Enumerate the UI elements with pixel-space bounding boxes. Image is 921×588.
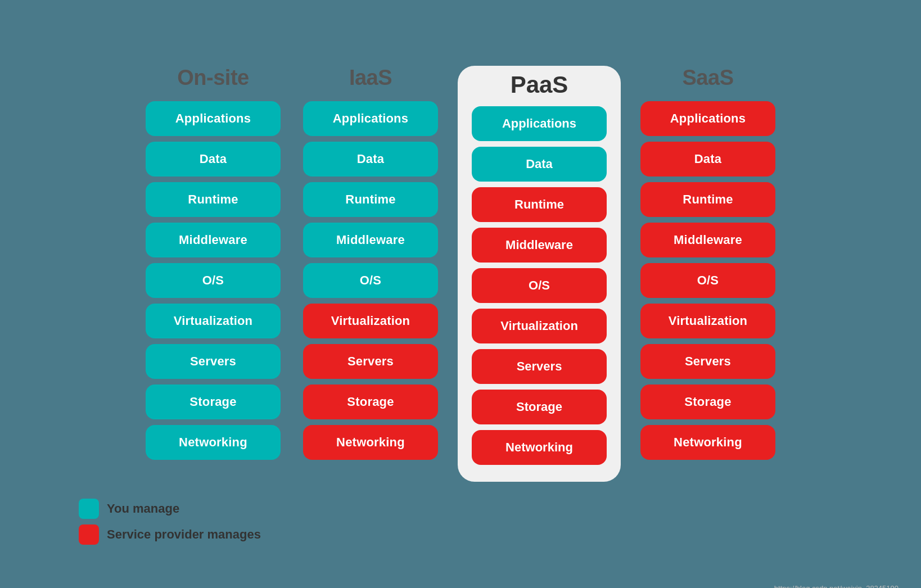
pill-paas-runtime: Runtime	[472, 187, 607, 222]
header-on-site: On-site	[177, 66, 249, 90]
pill-paas-data: Data	[472, 147, 607, 182]
pill-on-site-storage: Storage	[146, 385, 281, 419]
footer-url: https://blog.csdn.net/weixin_38245190	[774, 584, 899, 588]
pill-iaas-servers: Servers	[303, 344, 438, 379]
column-on-site: On-siteApplicationsDataRuntimeMiddleware…	[134, 66, 292, 465]
pill-iaas-storage: Storage	[303, 385, 438, 419]
pill-iaas-data: Data	[303, 142, 438, 177]
pill-paas-servers: Servers	[472, 349, 607, 384]
pill-paas-o/s: O/S	[472, 268, 607, 303]
pill-saas-middleware: Middleware	[640, 223, 775, 257]
pill-saas-networking: Networking	[640, 425, 775, 460]
pill-iaas-runtime: Runtime	[303, 182, 438, 217]
column-paas: PaaSApplicationsDataRuntimeMiddlewareO/S…	[458, 66, 621, 482]
legend-label-teal: You manage	[107, 501, 179, 516]
header-saas: SaaS	[683, 66, 734, 90]
pill-on-site-o/s: O/S	[146, 263, 281, 298]
column-iaas: IaaSApplicationsDataRuntimeMiddlewareO/S…	[292, 66, 449, 465]
legend-item-service-provider-manages: Service provider manages	[79, 524, 261, 545]
pill-saas-runtime: Runtime	[640, 182, 775, 217]
pill-saas-o/s: O/S	[640, 263, 775, 298]
pill-saas-data: Data	[640, 142, 775, 177]
legend-item-you-manage: You manage	[79, 499, 261, 519]
pill-paas-networking: Networking	[472, 430, 607, 465]
pill-on-site-data: Data	[146, 142, 281, 177]
pill-on-site-servers: Servers	[146, 344, 281, 379]
legend-label-red: Service provider manages	[107, 527, 261, 542]
header-iaas: IaaS	[349, 66, 392, 90]
pill-paas-virtualization: Virtualization	[472, 309, 607, 343]
pill-saas-virtualization: Virtualization	[640, 304, 775, 338]
column-saas: SaaSApplicationsDataRuntimeMiddlewareO/S…	[629, 66, 787, 465]
pill-paas-middleware: Middleware	[472, 228, 607, 263]
pill-paas-storage: Storage	[472, 390, 607, 424]
pill-saas-servers: Servers	[640, 344, 775, 379]
pill-iaas-o/s: O/S	[303, 263, 438, 298]
columns-wrapper: On-siteApplicationsDataRuntimeMiddleware…	[134, 66, 787, 482]
pill-on-site-networking: Networking	[146, 425, 281, 460]
header-paas: PaaS	[511, 71, 568, 98]
legend-dot-red	[79, 524, 99, 545]
pill-on-site-runtime: Runtime	[146, 182, 281, 217]
pill-paas-applications: Applications	[472, 106, 607, 141]
pill-on-site-applications: Applications	[146, 101, 281, 136]
pill-iaas-middleware: Middleware	[303, 223, 438, 257]
pill-on-site-virtualization: Virtualization	[146, 304, 281, 338]
pill-saas-storage: Storage	[640, 385, 775, 419]
pill-on-site-middleware: Middleware	[146, 223, 281, 257]
pill-iaas-networking: Networking	[303, 425, 438, 460]
pill-saas-applications: Applications	[640, 101, 775, 136]
legend: You manageService provider manages	[79, 499, 261, 545]
main-container: On-siteApplicationsDataRuntimeMiddleware…	[11, 11, 910, 588]
pill-iaas-applications: Applications	[303, 101, 438, 136]
legend-dot-teal	[79, 499, 99, 519]
pill-iaas-virtualization: Virtualization	[303, 304, 438, 338]
